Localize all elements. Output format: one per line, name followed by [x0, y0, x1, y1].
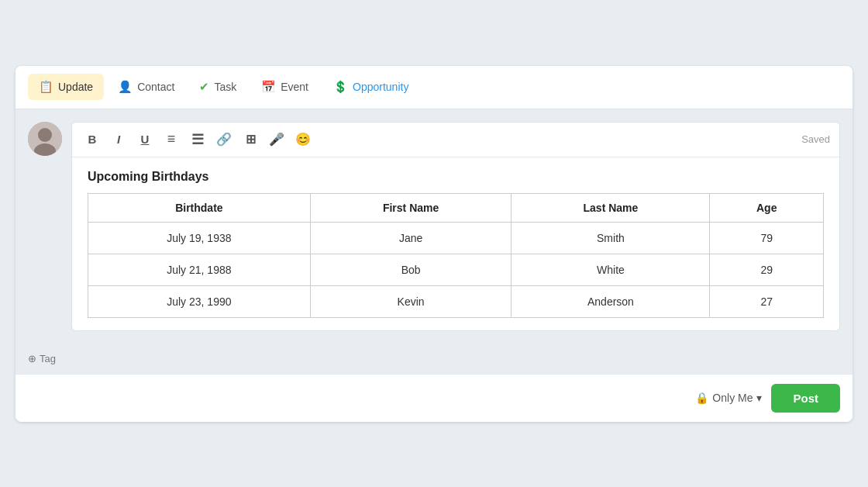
main-card: 📋 Update 👤 Contact ✔ Task 📅 Event 💲 Oppo… [16, 66, 852, 422]
col-age: Age [710, 193, 824, 222]
table-cell: July 23, 1990 [88, 285, 311, 317]
tab-update[interactable]: 📋 Update [28, 74, 104, 100]
table-row: July 21, 1988BobWhite29 [88, 254, 824, 285]
underline-button[interactable]: U [134, 129, 156, 150]
tab-bar: 📋 Update 👤 Contact ✔ Task 📅 Event 💲 Oppo… [16, 66, 852, 109]
table-cell: 29 [710, 254, 824, 285]
tab-opportunity-label: Opportunity [353, 81, 408, 93]
table-cell: White [512, 254, 710, 285]
opportunity-icon: 💲 [333, 80, 348, 94]
mic-button[interactable]: 🎤 [266, 129, 288, 150]
saved-label: Saved [801, 133, 830, 145]
data-table: Birthdate First Name Last Name Age July … [88, 193, 824, 318]
bold-button[interactable]: B [81, 129, 103, 150]
only-me-button[interactable]: 🔒 Only Me ▾ [695, 392, 762, 404]
update-icon: 📋 [39, 80, 53, 94]
table-cell: July 19, 1938 [88, 222, 311, 254]
table-cell: Jane [310, 222, 512, 254]
tab-contact[interactable]: 👤 Contact [107, 74, 185, 100]
col-lastname: Last Name [512, 193, 710, 222]
table-title: Upcoming Birthdays [88, 170, 824, 184]
tab-task-label: Task [214, 81, 236, 93]
unordered-list-button[interactable]: ☰ [187, 129, 208, 150]
only-me-label: Only Me [712, 392, 753, 404]
svg-point-1 [38, 128, 52, 142]
tab-event[interactable]: 📅 Event [250, 74, 319, 100]
table-cell: 27 [710, 285, 824, 317]
table-cell: Smith [512, 222, 710, 254]
tag-icon: ⊕ [28, 353, 36, 364]
tag-area: ⊕ Tag [16, 344, 852, 374]
body-area: B I U ≡ ☰ 🔗 ⊞ 🎤 😊 Saved Upcoming Birthda… [16, 109, 852, 344]
toolbar: B I U ≡ ☰ 🔗 ⊞ 🎤 😊 Saved [72, 123, 839, 157]
lock-icon: 🔒 [695, 392, 708, 404]
italic-button[interactable]: I [108, 129, 129, 150]
contact-icon: 👤 [118, 80, 133, 94]
tab-contact-label: Contact [137, 81, 174, 93]
event-icon: 📅 [261, 80, 276, 94]
tab-task[interactable]: ✔ Task [188, 74, 247, 100]
table-cell: 79 [710, 222, 824, 254]
avatar [28, 122, 62, 156]
table-cell: Bob [310, 254, 512, 285]
tab-event-label: Event [281, 81, 308, 93]
chevron-down-icon: ▾ [756, 392, 762, 404]
tag-label: Tag [40, 353, 56, 364]
post-button[interactable]: Post [771, 384, 840, 413]
col-birthdate: Birthdate [88, 193, 311, 222]
ordered-list-button[interactable]: ≡ [160, 129, 182, 150]
tag-button[interactable]: ⊕ Tag [28, 353, 56, 364]
col-firstname: First Name [310, 193, 512, 222]
tab-opportunity[interactable]: 💲 Opportunity [322, 74, 419, 100]
table-header-row: Birthdate First Name Last Name Age [88, 193, 824, 222]
task-icon: ✔ [199, 80, 209, 94]
table-cell: Anderson [512, 285, 710, 317]
editor-container: B I U ≡ ☰ 🔗 ⊞ 🎤 😊 Saved Upcoming Birthda… [71, 122, 840, 331]
table-cell: July 21, 1988 [88, 254, 311, 285]
tab-update-label: Update [58, 81, 93, 93]
table-row: July 19, 1938JaneSmith79 [88, 222, 824, 254]
editor-content[interactable]: Upcoming Birthdays Birthdate First Name … [72, 157, 839, 330]
footer: 🔒 Only Me ▾ Post [16, 374, 852, 422]
table-button[interactable]: ⊞ [239, 129, 261, 150]
table-cell: Kevin [310, 285, 512, 317]
table-row: July 23, 1990KevinAnderson27 [88, 285, 824, 317]
emoji-button[interactable]: 😊 [292, 129, 314, 150]
link-button[interactable]: 🔗 [213, 129, 235, 150]
